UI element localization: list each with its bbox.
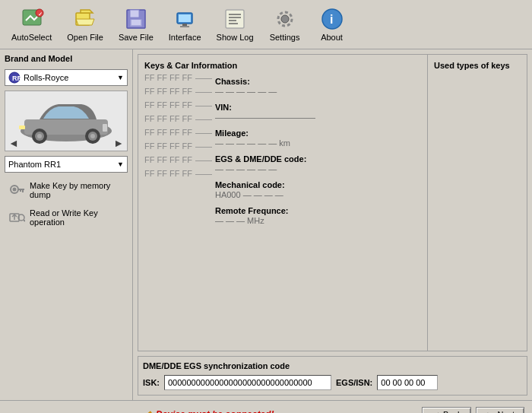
remote-field: Remote Frequnce: — — — MHz	[215, 202, 315, 228]
key-icon	[8, 182, 25, 199]
mechanical-label: Mechanical code:	[215, 180, 285, 189]
mechanical-value: HA000 — — — —	[215, 190, 315, 199]
keys-info-title: Keys & Car Information	[144, 61, 421, 70]
svg-point-30	[90, 134, 95, 138]
car-image	[13, 97, 119, 146]
content-area: Brand and Model RR Rolls-Royce ▼	[0, 49, 532, 413]
savefile-icon	[124, 7, 148, 31]
dash-2: ——	[195, 100, 212, 110]
svg-rect-37	[20, 190, 21, 192]
hex-row-2: FF FF FF FF	[144, 100, 192, 110]
openfile-label: Open File	[67, 33, 103, 42]
hex-row-1: FF FF FF FF	[144, 87, 192, 96]
settings-button[interactable]: Settings	[262, 3, 308, 46]
showlog-label: Show Log	[217, 33, 254, 42]
about-button[interactable]: i About	[309, 3, 355, 46]
svg-text:✓: ✓	[37, 11, 42, 17]
chassis-label: Chassis:	[215, 77, 250, 86]
hex-row-3: FF FF FF FF	[144, 114, 192, 123]
svg-rect-31	[103, 124, 107, 132]
svg-point-17	[281, 15, 289, 23]
hex-row-5: FF FF FF FF	[144, 141, 192, 151]
egs-input[interactable]	[377, 375, 438, 390]
openfile-button[interactable]: Open File	[60, 3, 110, 46]
back-label: Back	[443, 410, 461, 414]
hex-column: FF FF FF FF FF FF FF FF FF FF FF FF FF F…	[144, 73, 192, 228]
svg-point-27	[37, 134, 42, 138]
svg-rect-10	[182, 24, 187, 26]
dash-4: ——	[195, 128, 212, 137]
autoselect-button[interactable]: ✓ AutoSelect	[5, 3, 59, 46]
mechanical-field: Mechanical code: HA000 — — — —	[215, 176, 315, 202]
brand-label: Brand and Model	[5, 54, 128, 63]
vin-field: VIN: ————————————	[215, 99, 315, 125]
bottom-bar: ◆ Device must be connected! ◄ Back ► Nex…	[0, 400, 532, 413]
isk-label: ISK:	[143, 378, 160, 387]
isk-input[interactable]	[164, 375, 331, 390]
dash-column: —— —— —— —— —— —— —— ——	[195, 73, 212, 228]
mileage-field: Mileage: — — — — — — km	[215, 125, 315, 151]
next-button[interactable]: ► Next	[476, 407, 524, 414]
used-keys-panel: Used types of keys	[428, 55, 527, 351]
svg-point-34	[13, 188, 17, 192]
svg-rect-35	[17, 189, 24, 190]
about-label: About	[321, 33, 343, 42]
hex-row-4: FF FF FF FF	[144, 128, 192, 137]
warning-icon: ◆	[144, 408, 153, 414]
model-value: Phantom RR1	[8, 160, 61, 169]
info-column: Chassis: — — — — — — VIN: ———————————— M…	[215, 73, 315, 228]
model-dropdown[interactable]: Phantom RR1 ▼	[5, 156, 128, 173]
brand-dropdown-arrow: ▼	[117, 74, 124, 81]
back-arrow-icon: ◄	[432, 410, 440, 414]
brand-icon: RR	[8, 71, 21, 84]
read-write-button[interactable]: Read or Write Key operation	[5, 205, 128, 230]
keys-info-container: Keys & Car Information FF FF FF FF FF FF…	[133, 49, 532, 400]
egs-dme-label: EGS & DME/DDE code:	[215, 154, 306, 164]
remote-value: — — — MHz	[215, 216, 315, 225]
nav-buttons: ◄ Back ► Next	[422, 407, 524, 414]
egs-label: EGS/ISN:	[336, 378, 372, 387]
prev-car-button[interactable]: ◄	[8, 137, 19, 149]
sidebar: Brand and Model RR Rolls-Royce ▼	[0, 49, 133, 400]
settings-label: Settings	[270, 33, 300, 42]
interface-button[interactable]: Interface	[162, 3, 208, 46]
back-button[interactable]: ◄ Back	[422, 407, 471, 414]
next-label: Next	[497, 410, 515, 414]
brand-value: Rolls-Royce	[24, 73, 68, 82]
savefile-button[interactable]: Save File	[112, 3, 160, 46]
svg-rect-11	[180, 26, 189, 27]
hex-row-6: FF FF FF FF	[144, 155, 192, 164]
egs-dme-value: — — — — — —	[215, 164, 315, 173]
svg-rect-7	[131, 20, 141, 25]
warning-text: Device must be connected!	[156, 409, 274, 414]
settings-icon	[273, 7, 297, 31]
sidebar-actions: Make Key by memory dump Read or Write Ke…	[5, 177, 128, 230]
svg-rect-36	[22, 190, 24, 192]
svg-rect-12	[226, 10, 244, 28]
savefile-label: Save File	[119, 33, 154, 42]
vin-label: VIN:	[215, 103, 232, 112]
next-car-button[interactable]: ►	[113, 137, 124, 149]
openfile-icon	[73, 7, 97, 31]
brand-dropdown[interactable]: RR Rolls-Royce ▼	[5, 69, 128, 86]
svg-rect-5	[130, 10, 139, 17]
hex-row-0: FF FF FF FF	[144, 73, 192, 82]
warning-message: ◆ Device must be connected!	[144, 408, 422, 414]
dash-0: ——	[195, 73, 212, 82]
showlog-icon	[223, 7, 247, 31]
mileage-label: Mileage:	[215, 129, 249, 138]
dash-1: ——	[195, 87, 212, 96]
toolbar: ✓ AutoSelect Open File Save File Interfa…	[0, 0, 532, 49]
next-arrow-icon: ►	[486, 410, 494, 414]
model-dropdown-arrow: ▼	[117, 160, 124, 168]
svg-rect-32	[19, 125, 25, 129]
svg-text:RR: RR	[12, 75, 21, 82]
svg-rect-9	[179, 14, 191, 22]
svg-text:i: i	[330, 13, 333, 26]
make-key-button[interactable]: Make Key by memory dump	[5, 177, 128, 203]
showlog-button[interactable]: Show Log	[210, 3, 261, 46]
autoselect-icon: ✓	[20, 7, 44, 31]
dme-section: DME/DDE EGS synchronization code ISK: EG…	[138, 356, 527, 396]
autoselect-label: AutoSelect	[11, 33, 52, 42]
chassis-value: — — — — — —	[215, 87, 315, 96]
